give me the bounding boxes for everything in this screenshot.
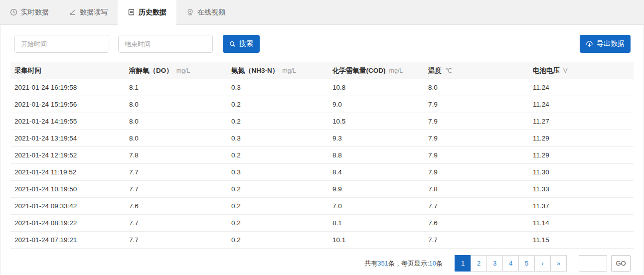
- table-cell: 0.2: [227, 198, 328, 215]
- table-cell: 8.0: [125, 96, 227, 113]
- table-row: 2021-01-24 11:19:527.70.38.47.911.30: [10, 164, 634, 181]
- table-cell: 7.9: [424, 113, 529, 130]
- table-cell: 8.0: [424, 79, 529, 96]
- table-row: 2021-01-24 12:19:527.80.28.87.911.29: [10, 147, 634, 164]
- table-cell: 2021-01-24 16:19:58: [10, 79, 125, 96]
- last-page-button[interactable]: »: [550, 255, 567, 272]
- history-data-panel: 搜索 导出数据 采集时间 溶解氧（DO）mg/L: [0, 25, 644, 275]
- table-cell: 7.6: [424, 215, 529, 232]
- table-row: 2021-01-24 16:19:588.10.310.88.011.24: [10, 79, 634, 96]
- table-cell: 8.0: [125, 130, 227, 147]
- page-button-4[interactable]: 4: [502, 255, 519, 272]
- end-time-input[interactable]: [119, 35, 213, 52]
- table-cell: 0.2: [227, 147, 328, 164]
- table-cell: 7.9: [424, 96, 529, 113]
- table-row: 2021-01-24 15:19:568.00.29.07.911.24: [10, 96, 634, 113]
- table-cell: 7.7: [125, 164, 227, 181]
- export-button-label: 导出数据: [597, 39, 625, 48]
- column-header-cod: 化学需氧量(COD)mg/L: [328, 62, 424, 79]
- column-header-ammonia-nitrogen: 氨氮（NH3-N）mg/L: [227, 62, 328, 79]
- tab-label: 实时数据: [21, 8, 49, 17]
- webcam-icon: [186, 8, 194, 16]
- table-cell: 2021-01-24 11:19:52: [10, 164, 125, 181]
- search-button[interactable]: 搜索: [223, 35, 260, 53]
- table-cell: 2021-01-24 10:19:50: [10, 181, 125, 198]
- filter-bar: 搜索 导出数据: [0, 25, 644, 60]
- page-jump-input[interactable]: [579, 255, 607, 272]
- table-cell: 11.24: [529, 96, 634, 113]
- document-icon: [128, 8, 135, 16]
- pagination-bar: 共有351条，每页显示: 10条 12345›» GO: [0, 249, 644, 272]
- table-cell: 11.30: [529, 164, 634, 181]
- tab-data-readwrite[interactable]: 数据读写: [59, 0, 118, 24]
- table-cell: 11.15: [529, 232, 634, 249]
- column-header-collect-time: 采集时间: [10, 62, 125, 79]
- table-row: 2021-01-24 10:19:507.70.29.97.811.33: [10, 181, 634, 198]
- table-cell: 7.7: [424, 232, 529, 249]
- table-cell: 0.2: [227, 113, 328, 130]
- table-cell: 10.5: [328, 113, 424, 130]
- per-page-suffix: 条: [436, 259, 443, 268]
- table-cell: 2021-01-24 15:19:56: [10, 96, 125, 113]
- edit-icon: [69, 8, 76, 16]
- table-cell: 0.2: [227, 232, 328, 249]
- page-button-1[interactable]: 1: [455, 255, 471, 272]
- table-cell: 7.8: [424, 181, 529, 198]
- table-cell: 8.1: [328, 215, 424, 232]
- table-cell: 7.7: [424, 198, 529, 215]
- table-cell: 7.7: [125, 232, 227, 249]
- cloud-download-icon: [586, 40, 593, 48]
- table-cell: 7.7: [125, 181, 227, 198]
- table-cell: 2021-01-24 09:33:42: [10, 198, 125, 215]
- table-cell: 2021-01-24 14:19:55: [10, 113, 125, 130]
- table-cell: 11.33: [529, 181, 634, 198]
- column-header-battery-voltage: 电池电压V: [529, 62, 634, 79]
- page-button-3[interactable]: 3: [486, 255, 503, 272]
- table-cell: 9.0: [328, 96, 424, 113]
- total-count: 351: [377, 260, 388, 267]
- per-page-count: 10: [429, 260, 436, 267]
- table-cell: 8.1: [125, 79, 227, 96]
- table-cell: 11.14: [529, 215, 634, 232]
- table-row: 2021-01-24 13:19:548.00.39.37.911.29: [10, 130, 634, 147]
- table-cell: 0.2: [227, 181, 328, 198]
- table-cell: 0.3: [227, 164, 328, 181]
- table-row: 2021-01-24 14:19:558.00.210.57.911.27: [10, 113, 634, 130]
- tab-bar: 实时数据 数据读写 历史数据 在线视频: [0, 0, 644, 25]
- table-row: 2021-01-24 09:33:427.60.27.07.711.37: [10, 198, 634, 215]
- table-row: 2021-01-24 07:19:217.70.210.17.711.15: [10, 232, 634, 249]
- end-time-field: [118, 35, 213, 53]
- history-table-wrap: 采集时间 溶解氧（DO）mg/L 氨氮（NH3-N）mg/L 化学需氧量(COD…: [10, 62, 634, 249]
- table-cell: 7.7: [125, 215, 227, 232]
- page-button-2[interactable]: 2: [471, 255, 487, 272]
- table-cell: 0.3: [227, 130, 328, 147]
- table-cell: 11.29: [529, 147, 634, 164]
- table-cell: 7.9: [424, 147, 529, 164]
- start-time-field: [14, 35, 109, 53]
- clock-icon: [10, 8, 17, 16]
- table-cell: 7.9: [424, 130, 529, 147]
- table-cell: 7.9: [424, 164, 529, 181]
- next-page-button[interactable]: ›: [534, 255, 551, 272]
- search-icon: [229, 41, 236, 47]
- tab-history-data[interactable]: 历史数据: [118, 0, 176, 25]
- unit-label: V: [563, 67, 567, 74]
- table-cell: 11.24: [529, 79, 634, 96]
- page-button-5[interactable]: 5: [518, 255, 535, 272]
- tab-online-video[interactable]: 在线视频: [176, 0, 235, 24]
- table-cell: 8.8: [328, 147, 424, 164]
- table-cell: 8.4: [328, 164, 424, 181]
- go-button[interactable]: GO: [611, 255, 631, 272]
- tab-label: 数据读写: [80, 8, 108, 17]
- table-row: 2021-01-24 08:19:227.70.28.17.611.14: [10, 215, 634, 232]
- tab-realtime-data[interactable]: 实时数据: [0, 0, 59, 24]
- unit-label: mg/L: [282, 67, 296, 74]
- export-data-button[interactable]: 导出数据: [580, 35, 631, 53]
- table-header-row: 采集时间 溶解氧（DO）mg/L 氨氮（NH3-N）mg/L 化学需氧量(COD…: [10, 62, 634, 79]
- tab-label: 历史数据: [139, 8, 166, 17]
- start-time-input[interactable]: [15, 35, 109, 52]
- unit-label: mg/L: [176, 67, 190, 74]
- page-buttons: 12345›»: [455, 255, 567, 272]
- table-cell: 2021-01-24 07:19:21: [10, 232, 125, 249]
- unit-label: mg/L: [389, 67, 403, 74]
